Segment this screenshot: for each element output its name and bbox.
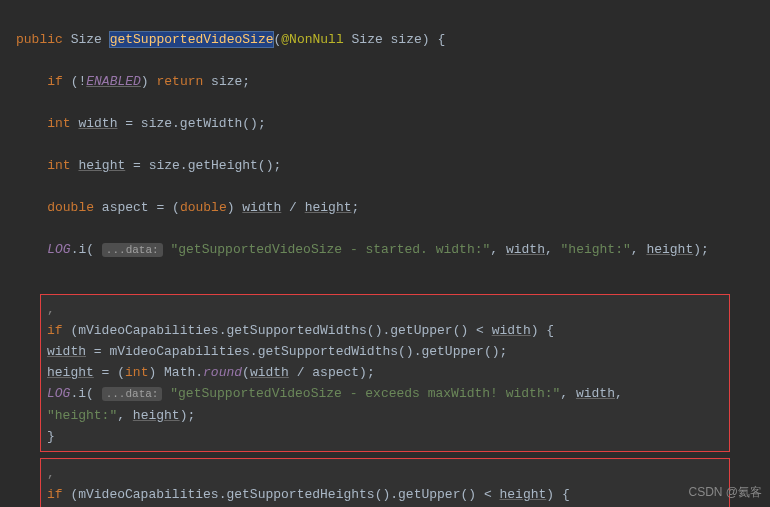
- highlight-box-height: , if (mVideoCapabilities.getSupportedHei…: [40, 458, 730, 507]
- highlight-box-width: , if (mVideoCapabilities.getSupportedWid…: [40, 294, 730, 452]
- log-width: LOG.i( ...data: "getSupportedVideoSize -…: [47, 383, 723, 405]
- param-hint-icon: ...data:: [102, 243, 163, 257]
- if-width: if (mVideoCapabilities.getSupportedWidth…: [47, 320, 723, 341]
- comment-height: ,: [47, 463, 723, 484]
- code-editor[interactable]: public Size getSupportedVideoSize(@NonNu…: [0, 0, 770, 290]
- assign-height: height = (int) Math.round(width / aspect…: [47, 362, 723, 383]
- watermark: CSDN @氦客: [688, 482, 762, 503]
- line-enabled-guard: if (!ENABLED) return size;: [16, 71, 770, 92]
- comment-width: ,: [47, 299, 723, 320]
- param-hint-icon: ...data:: [102, 387, 163, 401]
- assign-width: width = mVideoCapabilities.getSupportedW…: [47, 341, 723, 362]
- line-width-decl: int width = size.getWidth();: [16, 113, 770, 134]
- line-log-start: LOG.i( ...data: "getSupportedVideoSize -…: [16, 239, 770, 261]
- line-height-decl: int height = size.getHeight();: [16, 155, 770, 176]
- close-brace-1: }: [47, 426, 723, 447]
- log-width-2: "height:", height);: [47, 405, 723, 426]
- line-aspect-decl: double aspect = (double) width / height;: [16, 197, 770, 218]
- if-height: if (mVideoCapabilities.getSupportedHeigh…: [47, 484, 723, 505]
- method-signature: public Size getSupportedVideoSize(@NonNu…: [16, 29, 770, 50]
